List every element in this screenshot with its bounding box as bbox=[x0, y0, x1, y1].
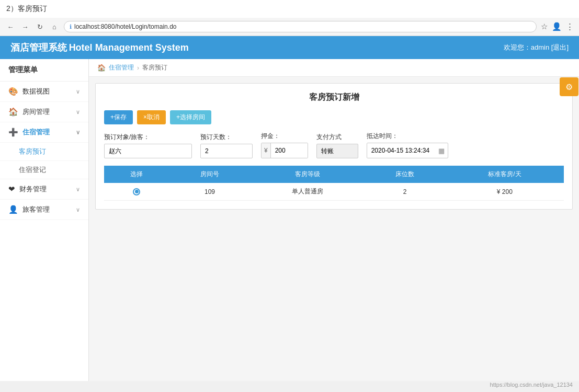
breadcrumb-parent[interactable]: 住宿管理 bbox=[109, 63, 134, 72]
table-cell-price: ¥ 200 bbox=[446, 183, 564, 201]
user-info: 欢迎您：admin [退出] bbox=[504, 43, 569, 52]
guest-label: 预订对象/旅客： bbox=[104, 133, 192, 142]
app-wrapper: 酒店管理系统 Hotel Management System 欢迎您：admin… bbox=[0, 36, 579, 381]
payment-field: 支付方式 转账 现金 信用卡 bbox=[316, 133, 358, 158]
app-body: 管理菜单 🎨 数据视图 ∨ 🏠 房间管理 ∨ ➕ bbox=[0, 59, 579, 381]
sidebar-subitem-reservation[interactable]: 客房预订 bbox=[0, 143, 88, 161]
arrival-input-wrapper: ▦ bbox=[367, 143, 448, 158]
lock-icon: ℹ bbox=[70, 24, 72, 30]
sidebar: 管理菜单 🎨 数据视图 ∨ 🏠 房间管理 ∨ ➕ bbox=[0, 59, 89, 381]
col-header-select: 选择 bbox=[104, 166, 169, 183]
deposit-field: 押金： ¥ bbox=[261, 132, 308, 158]
sidebar-item-stay-mgmt[interactable]: ➕ 住宿管理 ∨ bbox=[0, 122, 88, 143]
room-mgmt-icon: 🏠 bbox=[8, 107, 18, 117]
settings-button[interactable]: ⚙ bbox=[560, 77, 578, 96]
payment-select[interactable]: 转账 现金 信用卡 bbox=[316, 144, 358, 158]
logout-link[interactable]: [退出] bbox=[551, 43, 569, 51]
finance-icon: ❤ bbox=[8, 185, 15, 194]
deposit-symbol: ¥ bbox=[262, 143, 271, 158]
cancel-button[interactable]: ×取消 bbox=[137, 110, 166, 124]
settings-icon: ⚙ bbox=[565, 82, 573, 92]
traveler-icon: 👤 bbox=[8, 205, 18, 214]
back-button[interactable]: ← bbox=[5, 21, 16, 32]
breadcrumb-home-icon: 🏠 bbox=[97, 64, 106, 72]
col-header-room-no: 房间号 bbox=[169, 166, 250, 183]
sidebar-subitems: 客房预订 住宿登记 bbox=[0, 143, 88, 179]
arrival-field: 抵达时间： ▦ bbox=[367, 132, 448, 158]
table-cell-level: 单人普通房 bbox=[251, 183, 365, 201]
days-input[interactable] bbox=[200, 144, 253, 158]
home-button[interactable]: ⌂ bbox=[49, 21, 60, 32]
content-area: ⚙ 客房预订新增 +保存 ×取消 +选择房间 预订对象/旅客： bbox=[95, 83, 573, 210]
page-label: 2）客房预订 bbox=[0, 0, 579, 18]
sidebar-title: 管理菜单 bbox=[0, 59, 88, 82]
sidebar-label-traveler: 旅客管理 bbox=[22, 205, 50, 214]
sidebar-item-finance[interactable]: ❤ 财务管理 ∨ bbox=[0, 179, 88, 200]
browser-actions: ☆ 👤 ⋮ bbox=[541, 22, 574, 31]
main-content: 🏠 住宿管理 › 客房预订 ⚙ 客房预订新增 +保存 ×取消 +选择房间 bbox=[89, 59, 579, 381]
sidebar-subitem-checkin[interactable]: 住宿登记 bbox=[0, 161, 88, 179]
payment-label: 支付方式 bbox=[316, 133, 358, 142]
deposit-input[interactable] bbox=[271, 143, 308, 158]
save-button[interactable]: +保存 bbox=[104, 110, 133, 124]
days-field: 预订天数： bbox=[200, 133, 253, 158]
account-icon[interactable]: 👤 bbox=[552, 22, 562, 31]
bookmark-icon[interactable]: ☆ bbox=[541, 22, 548, 31]
refresh-button[interactable]: ↻ bbox=[35, 21, 45, 32]
chevron-traveler: ∨ bbox=[76, 206, 80, 213]
sidebar-label-room-mgmt: 房间管理 bbox=[22, 107, 50, 117]
logo-en: Hotel Management System bbox=[69, 42, 189, 53]
browser-chrome: ← → ↻ ⌂ ℹ localhost:8080/hotel/Login/tom… bbox=[0, 18, 579, 36]
arrival-input[interactable] bbox=[367, 143, 435, 158]
welcome-text: 欢迎您：admin bbox=[504, 43, 549, 51]
guest-field: 预订对象/旅客： bbox=[104, 133, 192, 158]
deposit-input-wrapper: ¥ bbox=[261, 143, 308, 158]
sidebar-label-finance: 财务管理 bbox=[19, 185, 47, 194]
url-text: localhost:8080/hotel/Login/tomain.do bbox=[74, 23, 176, 30]
forward-button[interactable]: → bbox=[20, 21, 30, 32]
col-header-beds: 床位数 bbox=[364, 166, 445, 183]
col-header-level: 客房等级 bbox=[251, 166, 365, 183]
table-row: 109单人普通房2¥ 200 bbox=[104, 183, 564, 201]
data-view-icon: 🎨 bbox=[8, 87, 18, 96]
stay-mgmt-icon: ➕ bbox=[8, 128, 18, 137]
app-logo: 酒店管理系统 Hotel Management System bbox=[10, 41, 189, 54]
sidebar-label-stay-mgmt: 住宿管理 bbox=[22, 128, 50, 137]
breadcrumb-current: 客房预订 bbox=[142, 63, 167, 72]
table-cell-select[interactable] bbox=[104, 183, 169, 201]
logo-cn: 酒店管理系统 bbox=[10, 42, 67, 53]
radio-button[interactable] bbox=[133, 188, 140, 195]
deposit-label: 押金： bbox=[261, 132, 308, 141]
url-bar[interactable]: ℹ localhost:8080/hotel/Login/tomain.do bbox=[64, 21, 537, 32]
menu-icon[interactable]: ⋮ bbox=[566, 22, 574, 31]
room-table: 选择 房间号 客房等级 床位数 标准客房/天 109单人普通房2¥ 200 bbox=[104, 166, 564, 201]
chevron-room-mgmt: ∨ bbox=[76, 109, 80, 116]
sidebar-item-data-view[interactable]: 🎨 数据视图 ∨ bbox=[0, 82, 88, 102]
guest-input[interactable] bbox=[104, 144, 192, 158]
form-fields: 预订对象/旅客： 预订天数： 押金： ¥ bbox=[104, 132, 564, 158]
table-cell-beds: 2 bbox=[364, 183, 445, 201]
chevron-finance: ∨ bbox=[76, 186, 80, 193]
arrival-label: 抵达时间： bbox=[367, 132, 448, 141]
btn-row: +保存 ×取消 +选择房间 bbox=[104, 110, 564, 124]
days-label: 预订天数： bbox=[200, 133, 253, 142]
app-header: 酒店管理系统 Hotel Management System 欢迎您：admin… bbox=[0, 36, 579, 59]
breadcrumb: 🏠 住宿管理 › 客房预订 bbox=[89, 59, 579, 77]
payment-select-wrapper: 转账 现金 信用卡 bbox=[316, 144, 358, 158]
chevron-data-view: ∨ bbox=[76, 88, 80, 95]
sidebar-label-data-view: 数据视图 bbox=[22, 87, 50, 96]
sidebar-item-traveler[interactable]: 👤 旅客管理 ∨ bbox=[0, 200, 88, 220]
chevron-stay-mgmt: ∨ bbox=[76, 129, 80, 136]
col-header-price: 标准客房/天 bbox=[446, 166, 564, 183]
calendar-icon[interactable]: ▦ bbox=[435, 147, 448, 155]
table-cell-room-no: 109 bbox=[169, 183, 250, 201]
select-room-button[interactable]: +选择房间 bbox=[170, 110, 211, 124]
form-title: 客房预订新增 bbox=[104, 92, 564, 103]
breadcrumb-separator: › bbox=[137, 64, 139, 72]
sidebar-item-room-mgmt[interactable]: 🏠 房间管理 ∨ bbox=[0, 102, 88, 122]
